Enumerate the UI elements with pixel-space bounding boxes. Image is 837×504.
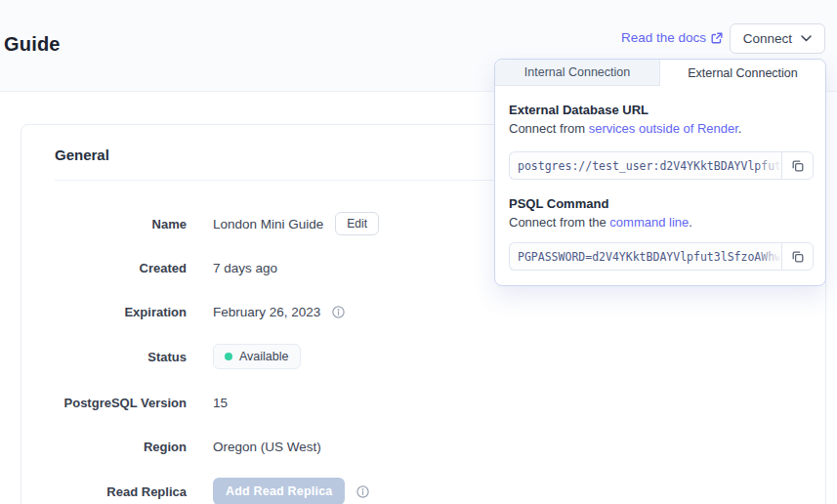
external-link-icon bbox=[711, 32, 723, 44]
connect-popover: Internal Connection External Connection … bbox=[494, 59, 826, 286]
row-region-label: Region bbox=[21, 440, 187, 454]
psql-command-field-group: PGPASSWORD=d2V4YKktBDAYVlpfut3lSfzoAWhwb… bbox=[509, 242, 814, 271]
expiration-value: February 26, 2023 bbox=[213, 305, 320, 319]
row-region: Region Oregon (US West) bbox=[21, 433, 321, 460]
external-db-desc-suffix: . bbox=[738, 121, 742, 136]
expiration-info-icon[interactable] bbox=[332, 306, 345, 318]
row-created-label: Created bbox=[21, 261, 187, 275]
read-the-docs-link[interactable]: Read the docs bbox=[621, 30, 723, 45]
status-badge-label: Available bbox=[239, 350, 289, 363]
tab-external-connection[interactable]: External Connection bbox=[660, 60, 825, 86]
edit-name-button[interactable]: Edit bbox=[335, 212, 379, 235]
chevron-down-icon bbox=[801, 35, 812, 42]
region-value: Oregon (US West) bbox=[213, 440, 321, 454]
psql-command-heading: PSQL Command bbox=[509, 196, 608, 211]
row-postgresql-version: PostgreSQL Version 15 bbox=[21, 389, 228, 416]
connect-button-label: Connect bbox=[743, 31, 792, 46]
read-replica-info-icon[interactable] bbox=[356, 485, 369, 498]
external-db-url-field-group: postgres://test_user:d2V4YKktBDAYVlpfut3… bbox=[509, 151, 814, 180]
command-line-link[interactable]: command line bbox=[609, 215, 689, 230]
general-card-heading: General bbox=[55, 147, 109, 163]
tab-internal-connection[interactable]: Internal Connection bbox=[495, 60, 660, 86]
row-name: Name London Mini Guide Edit bbox=[21, 210, 379, 237]
external-db-url-description: Connect from services outside of Render. bbox=[509, 121, 741, 136]
created-value: 7 days ago bbox=[213, 261, 277, 275]
row-read-replica-label: Read Replica bbox=[21, 484, 187, 499]
status-dot-icon bbox=[225, 353, 232, 360]
external-db-url-heading: External Database URL bbox=[509, 103, 649, 117]
connection-tabs: Internal Connection External Connection bbox=[495, 60, 825, 86]
external-db-desc-prefix: Connect from bbox=[509, 121, 589, 136]
connect-button[interactable]: Connect bbox=[730, 23, 825, 54]
add-read-replica-button[interactable]: Add Read Replica bbox=[213, 478, 345, 504]
copy-psql-command-button[interactable] bbox=[781, 242, 814, 271]
page: Guide Read the docs Connect General bbox=[0, 0, 837, 504]
database-name-value: London Mini Guide bbox=[213, 217, 323, 231]
copy-icon bbox=[791, 250, 805, 264]
row-status: Status Available bbox=[21, 343, 301, 370]
external-db-url-input[interactable]: postgres://test_user:d2V4YKktBDAYVlpfut3… bbox=[509, 151, 781, 180]
page-title: Guide bbox=[4, 33, 61, 56]
row-version-label: PostgreSQL Version bbox=[21, 396, 187, 410]
psql-command-input[interactable]: PGPASSWORD=d2V4YKktBDAYVlpfut3lSfzoAWhwb… bbox=[509, 242, 781, 271]
psql-command-description: Connect from the command line. bbox=[509, 215, 692, 230]
psql-desc-suffix: . bbox=[689, 215, 692, 230]
row-created: Created 7 days ago bbox=[21, 254, 277, 281]
status-badge: Available bbox=[213, 344, 301, 369]
read-the-docs-label: Read the docs bbox=[621, 30, 706, 45]
psql-desc-prefix: Connect from the bbox=[509, 215, 609, 230]
row-expiration-label: Expiration bbox=[21, 305, 187, 319]
version-value: 15 bbox=[213, 396, 228, 410]
copy-icon bbox=[791, 159, 805, 173]
row-read-replica: Read Replica Add Read Replica bbox=[21, 478, 369, 504]
row-status-label: Status bbox=[21, 350, 187, 364]
services-outside-render-link[interactable]: services outside of Render bbox=[589, 121, 738, 136]
row-name-label: Name bbox=[21, 217, 187, 231]
copy-external-db-url-button[interactable] bbox=[781, 151, 814, 180]
row-expiration: Expiration February 26, 2023 bbox=[21, 298, 345, 325]
